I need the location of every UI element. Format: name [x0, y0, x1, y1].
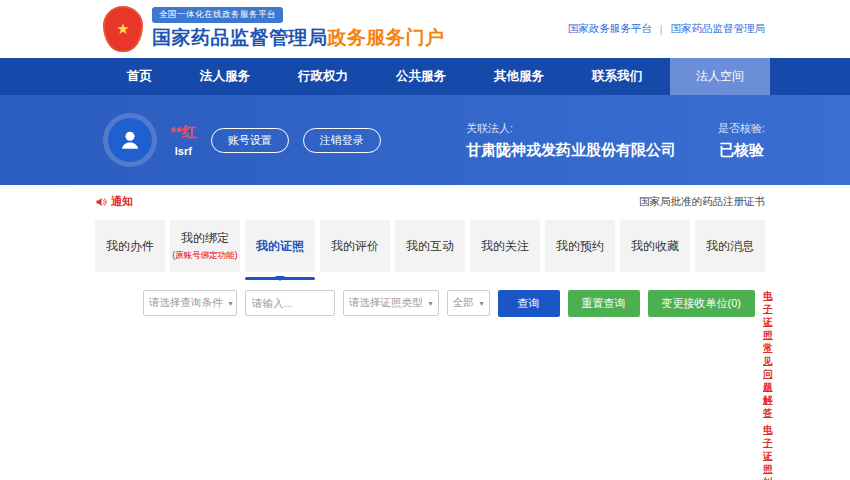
tab-label: 我的预约	[556, 238, 604, 255]
nav-item-legal-services[interactable]: 法人服务	[176, 58, 274, 95]
tab-my-matters[interactable]: 我的办件	[95, 220, 165, 272]
nav-item-home[interactable]: 首页	[103, 58, 176, 95]
chevron-down-icon: ▾	[423, 299, 433, 308]
platform-badge: 全国一体化在线政务服务平台	[152, 7, 283, 23]
e-cert-contact-link[interactable]: 电子证照纠错联系方式	[763, 424, 773, 480]
emblem-star-icon: ★	[116, 20, 129, 38]
query-condition-value: 请选择查询条件	[149, 296, 223, 310]
link-separator: |	[660, 23, 663, 35]
tab-label: 我的评价	[331, 238, 379, 255]
notice-text[interactable]: 国家局批准的药品注册证书	[639, 195, 765, 209]
related-legal-value: 甘肃陇神戎发药业股份有限公司	[466, 141, 676, 160]
my-space-tabs: 我的办件 我的绑定 (原账号绑定功能) 我的证照 我的评价 我的互动 我的关注 …	[95, 220, 765, 272]
site-title-accent: 政务服务门户	[328, 27, 445, 48]
nav-item-public-services[interactable]: 公共服务	[372, 58, 470, 95]
chevron-down-icon: ▾	[474, 299, 484, 308]
tab-my-evaluation[interactable]: 我的评价	[320, 220, 390, 272]
verified-value: 已核验	[718, 141, 765, 160]
related-legal-label: 关联法人:	[466, 121, 676, 136]
tab-my-interaction[interactable]: 我的互动	[395, 220, 465, 272]
username-sub: lsrf	[170, 145, 197, 157]
username: **红	[170, 123, 197, 142]
site-header: ★ 全国一体化在线政务服务平台 国家药品监督管理局政务服务门户 国家政务服务平台…	[0, 0, 850, 58]
tab-label: 我的消息	[706, 238, 754, 255]
query-condition-select[interactable]: 请选择查询条件 ▾	[143, 290, 237, 316]
notice-label: 通知	[111, 194, 133, 209]
tab-label: 我的收藏	[631, 238, 679, 255]
nav-item-other-services[interactable]: 其他服务	[470, 58, 568, 95]
tab-label: 我的办件	[106, 238, 154, 255]
chevron-down-icon: ▾	[223, 299, 233, 308]
status-all-select[interactable]: 全部 ▾	[447, 290, 490, 316]
search-button[interactable]: 查询	[498, 290, 560, 317]
reset-search-button[interactable]: 重置查询	[568, 290, 640, 317]
nav-item-admin-power[interactable]: 行政权力	[274, 58, 372, 95]
tab-my-messages[interactable]: 我的消息	[695, 220, 765, 272]
national-emblem-icon: ★	[103, 6, 143, 52]
tab-my-follows[interactable]: 我的关注	[470, 220, 540, 272]
certificate-filters: 请选择查询条件 ▾ 请选择证照类型 ▾ 全部 ▾ 查询 重置查询 变更接收单位(…	[95, 290, 765, 480]
user-banner: **红 lsrf 账号设置 注销登录 关联法人: 甘肃陇神戎发药业股份有限公司 …	[0, 95, 850, 185]
certificate-type-select[interactable]: 请选择证照类型 ▾	[343, 290, 439, 316]
person-icon	[117, 127, 143, 153]
user-avatar	[103, 113, 157, 167]
tab-my-appointments[interactable]: 我的预约	[545, 220, 615, 272]
notice-bar: 通知 国家局批准的药品注册证书	[95, 194, 765, 209]
e-cert-faq-link[interactable]: 电子证照常见问题解答	[763, 290, 773, 420]
link-nmpa[interactable]: 国家药品监督管理局	[671, 22, 766, 36]
nav-item-contact[interactable]: 联系我们	[568, 58, 666, 95]
status-all-value: 全部	[453, 296, 474, 310]
site-title: 国家药品监督管理局政务服务门户	[152, 25, 445, 51]
keyword-input[interactable]	[245, 290, 335, 316]
logout-button[interactable]: 注销登录	[303, 128, 381, 153]
tab-label: 我的绑定	[181, 230, 229, 247]
tab-my-certificates[interactable]: 我的证照	[245, 220, 315, 272]
nav-item-legal-space[interactable]: 法人空间	[670, 58, 770, 95]
verified-label: 是否核验:	[718, 121, 765, 136]
site-logo: ★ 全国一体化在线政务服务平台 国家药品监督管理局政务服务门户	[103, 6, 445, 52]
tab-label: 我的证照	[256, 238, 304, 255]
tab-binding-subtitle: (原账号绑定功能)	[172, 250, 237, 262]
speaker-icon	[95, 196, 107, 208]
tab-my-favorites[interactable]: 我的收藏	[620, 220, 690, 272]
verification-status: 是否核验: 已核验	[718, 121, 765, 160]
tab-my-binding[interactable]: 我的绑定 (原账号绑定功能)	[170, 220, 240, 272]
certificate-type-value: 请选择证照类型	[349, 296, 423, 310]
main-nav: 首页 法人服务 行政权力 公共服务 其他服务 联系我们 法人空间	[0, 58, 850, 95]
header-links: 国家政务服务平台 | 国家药品监督管理局	[568, 22, 765, 36]
site-title-main: 国家药品监督管理局	[152, 27, 328, 48]
account-settings-button[interactable]: 账号设置	[211, 128, 289, 153]
tab-label: 我的关注	[481, 238, 529, 255]
related-legal-entity: 关联法人: 甘肃陇神戎发药业股份有限公司	[466, 121, 676, 160]
change-receiver-button[interactable]: 变更接收单位(0)	[648, 290, 755, 317]
tab-label: 我的互动	[406, 238, 454, 255]
link-national-service-platform[interactable]: 国家政务服务平台	[568, 22, 652, 36]
